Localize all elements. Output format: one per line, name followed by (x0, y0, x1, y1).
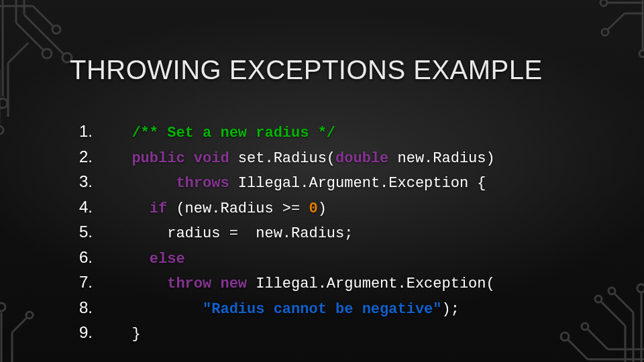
code-token: ) (318, 200, 327, 217)
code-line-body: "Radius cannot be negative"); (114, 299, 460, 321)
circuit-icon (0, 286, 43, 362)
code-token (211, 276, 220, 292)
code-token: new.Radius) (388, 150, 494, 167)
line-number: 9. (79, 320, 114, 345)
code-token: (new.Radius >= (167, 200, 309, 217)
svg-point-37 (608, 288, 615, 294)
line-number: 7. (79, 270, 114, 294)
code-token: /** Set a new radius */ (131, 125, 335, 141)
code-token: "Radius cannot be negative" (203, 301, 441, 318)
code-token: Illegal.Argument.Exception { (229, 175, 486, 192)
code-token: set.Radius( (229, 150, 335, 167)
svg-point-16 (0, 303, 5, 311)
code-line: 1. /** Set a new radius */ (79, 119, 604, 145)
line-number: 3. (79, 170, 114, 194)
slide-title: THROWING EXCEPTIONS EXAMPLE (70, 55, 543, 85)
svg-point-34 (637, 284, 644, 292)
code-token: else (150, 251, 185, 267)
svg-line-39 (601, 302, 625, 326)
code-token (114, 150, 131, 167)
code-token (114, 125, 131, 141)
code-line-body: public void set.Radius(double new.Radius… (114, 148, 495, 170)
svg-point-19 (26, 312, 33, 318)
svg-point-26 (639, 50, 644, 57)
code-token: throws (176, 175, 229, 192)
code-line: 3. throws Illegal.Argument.Exception { (79, 170, 604, 195)
code-line-body: } (114, 324, 141, 346)
circuit-icon (588, 0, 644, 76)
slide: THROWING EXCEPTIONS EXAMPLE 1. /** Set a… (0, 0, 644, 362)
svg-line-9 (33, 6, 53, 26)
code-token: if (150, 200, 167, 217)
code-line-body: /** Set a new radius */ (114, 123, 335, 145)
code-token (114, 251, 150, 267)
code-line: 8. "Radius cannot be negative"); (79, 296, 604, 321)
code-token (185, 150, 194, 167)
line-number: 5. (79, 220, 114, 244)
line-number: 4. (79, 195, 114, 219)
svg-point-4 (42, 49, 52, 58)
code-token: 0 (309, 200, 317, 217)
code-line: 9. } (79, 320, 604, 346)
code-line: 5. radius = new.Radius; (79, 220, 604, 245)
code-line-body: else (114, 249, 185, 271)
svg-line-23 (608, 13, 625, 29)
svg-point-12 (0, 126, 3, 134)
code-token: double (335, 150, 388, 167)
code-token: new (220, 276, 247, 292)
code-token: } (114, 326, 141, 343)
code-token (114, 200, 150, 217)
svg-line-14 (8, 43, 28, 63)
code-line-body: if (new.Radius >= 0) (114, 198, 327, 221)
code-token: throw (167, 276, 211, 292)
svg-point-24 (602, 29, 608, 36)
line-number: 2. (79, 145, 114, 169)
svg-point-10 (52, 25, 60, 34)
code-token (114, 175, 176, 192)
code-token: public (131, 150, 184, 167)
line-number: 1. (79, 119, 114, 143)
svg-line-18 (12, 318, 27, 333)
svg-line-3 (16, 23, 43, 50)
code-token (114, 301, 203, 318)
code-token: Illegal.Argument.Exception( (247, 276, 495, 292)
code-line: 4. if (new.Radius >= 0) (79, 195, 604, 221)
code-token: void (194, 150, 229, 167)
code-token (114, 276, 167, 292)
svg-line-6 (24, 15, 63, 54)
code-line: 2. public void set.Radius(double new.Rad… (79, 145, 604, 170)
code-line-body: radius = new.Radius; (114, 223, 353, 245)
svg-line-36 (614, 294, 633, 312)
code-line: 6. else (79, 245, 604, 271)
code-line-body: throws Illegal.Argument.Exception { (114, 173, 486, 195)
code-block: 1. /** Set a new radius */2. public void… (79, 119, 604, 346)
code-line-body: throw new Illegal.Argument.Exception( (114, 274, 495, 296)
svg-point-1 (0, 99, 7, 108)
code-token: ); (442, 301, 460, 318)
line-number: 8. (79, 296, 114, 320)
code-line: 7. throw new Illegal.Argument.Exception( (79, 270, 604, 296)
line-number: 6. (79, 245, 114, 269)
code-token: radius = new.Radius; (114, 225, 353, 242)
svg-point-21 (600, 0, 607, 6)
